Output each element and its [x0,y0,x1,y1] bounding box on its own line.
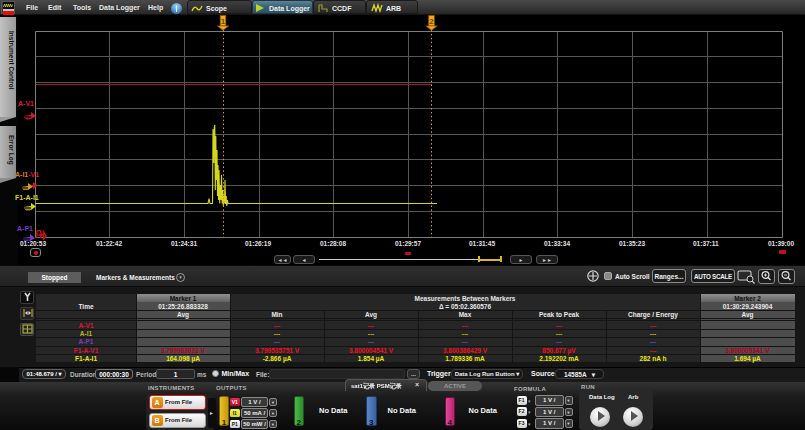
svg-text:2: 2 [429,17,434,26]
svg-text:1: 1 [221,17,226,26]
